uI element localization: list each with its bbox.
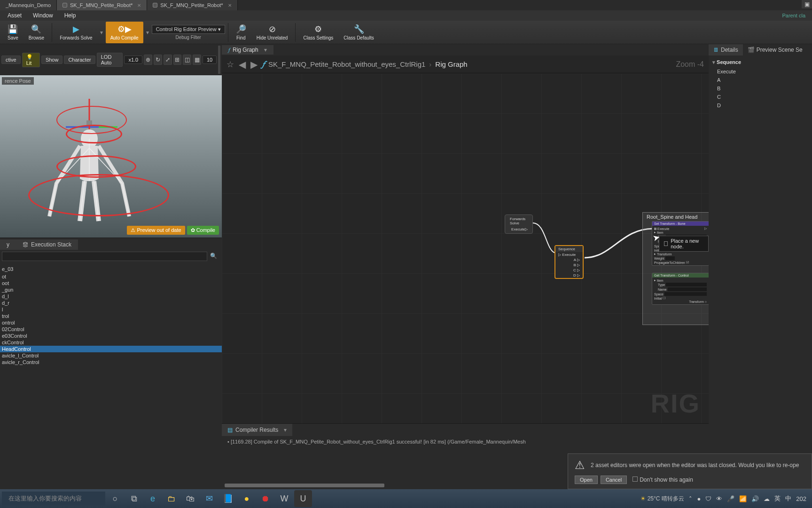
scrollbar[interactable] xyxy=(218,46,220,74)
ime-mode[interactable]: 中 xyxy=(785,494,791,503)
node-sequence[interactable]: Sequence ▷ Execute A ▷ B ▷ C ▷ D ▷ xyxy=(554,245,584,279)
store-icon[interactable]: 🛍 xyxy=(181,490,199,507)
menu-window[interactable]: Window xyxy=(28,11,58,20)
speed-label[interactable]: x1.0 xyxy=(124,56,142,64)
lit-button[interactable]: 💡Lit xyxy=(22,53,40,67)
execution-stack-tab[interactable]: Execution Stack xyxy=(16,239,78,250)
open-button[interactable]: Open xyxy=(575,476,598,484)
browse-button[interactable]: 🔍 Browse xyxy=(24,22,49,43)
graph-canvas[interactable]: Forwards Solve Execute ▷ Sequence ▷ Exec… xyxy=(222,73,709,423)
scale-icon[interactable]: ⤢ xyxy=(164,55,172,65)
snap-icon[interactable]: ⊞ xyxy=(173,55,182,65)
hierarchy-item[interactable]: ot xyxy=(0,273,222,280)
class-settings-button[interactable]: ⚙ Class Settings xyxy=(298,22,338,43)
snap2-icon[interactable]: ◫ xyxy=(183,55,191,65)
breadcrumb[interactable]: 𝑓 SK_F_MNQ_Petite_Robot_without_eyes_Ctr… xyxy=(262,59,468,69)
find-button[interactable]: 🔎 Find xyxy=(231,22,251,43)
dont-show-checkbox[interactable]: Don't show this again xyxy=(632,476,693,483)
hierarchy-item[interactable]: l xyxy=(0,306,222,313)
perspective-button[interactable]: ctive xyxy=(1,56,21,64)
hierarchy-item[interactable]: d_r xyxy=(0,300,222,306)
back-button[interactable]: ◀ xyxy=(239,59,246,70)
tray-icon[interactable]: 👁 xyxy=(716,495,722,502)
hierarchy-item[interactable]: _gun xyxy=(0,286,222,293)
favorite-icon[interactable]: ☆ xyxy=(226,59,234,70)
details-tab[interactable]: 🗏 Details xyxy=(709,44,743,56)
hierarchy-item[interactable]: e03Control xyxy=(0,333,222,339)
chrome-icon[interactable]: ● xyxy=(238,490,256,507)
preview-scene-settings-tab[interactable]: 🎬 Preview Scene Se xyxy=(743,44,812,56)
dropdown-icon[interactable]: ▾ xyxy=(264,47,267,53)
rig-hierarchy-list[interactable]: e_03otoot_gund_ld_rltrolontrol02Controle… xyxy=(0,262,222,489)
cloud-icon[interactable]: ☁ xyxy=(764,495,770,502)
tab-sk-robot-1[interactable]: SK_F_MNQ_Petite_Robot* ✕ xyxy=(57,0,147,10)
maximize-icon[interactable]: ▣ xyxy=(802,0,812,8)
auto-compile-button[interactable]: ⚙▶ Auto Compile xyxy=(106,22,143,43)
class-defaults-button[interactable]: 🔧 Class Defaults xyxy=(339,22,378,43)
cancel-button[interactable]: Cancel xyxy=(601,476,627,484)
preview-viewport[interactable]: rence Pose xyxy=(0,75,222,238)
sequence-category[interactable]: ▾ Sequence xyxy=(712,57,808,67)
dropdown-icon[interactable]: ▾ xyxy=(284,427,287,433)
search-icon[interactable]: 🔍 xyxy=(207,252,220,261)
tab-sk-robot-2[interactable]: SK_F_MNQ_Petite_Robot* ✕ xyxy=(147,0,237,10)
microphone-icon[interactable]: 🎤 xyxy=(727,495,734,502)
tray-icon[interactable]: ● xyxy=(697,495,701,502)
hierarchy-item[interactable]: ckControl xyxy=(0,339,222,346)
hierarchy-item[interactable]: d_l xyxy=(0,293,222,300)
chevron-up-icon[interactable]: ˄ xyxy=(689,495,692,502)
task-view-icon[interactable]: ⧉ xyxy=(125,490,143,507)
preview-dropdown[interactable]: Control Rig Editor Preview ▾ xyxy=(152,25,225,34)
dropdown-icon[interactable]: ▾ xyxy=(98,29,105,36)
menu-help[interactable]: Help xyxy=(60,11,81,20)
hierarchy-item[interactable]: e_03 xyxy=(0,266,222,272)
taskbar-search-input[interactable]: 在这里输入你要搜索的内容 xyxy=(2,492,105,506)
hierarchy-item[interactable]: avicle_r_Control xyxy=(0,359,222,365)
unreal-icon[interactable]: U xyxy=(294,490,312,507)
grid-value[interactable]: 10 xyxy=(203,56,217,64)
hierarchy-item[interactable]: HeadControl xyxy=(0,346,222,352)
tab-mannequin-demo[interactable]: _Mannequin_Demo xyxy=(0,0,57,10)
close-icon[interactable]: ✕ xyxy=(137,3,141,8)
rig-graph-tab[interactable]: 𝑓 Rig Graph ▾ xyxy=(222,45,273,55)
windows-taskbar[interactable]: 在这里输入你要搜索的内容 ○ ⧉ e 🗀 🛍 ✉ 📘 ● ⏺ W U ☀ 25°… xyxy=(0,489,812,508)
dropdown-icon[interactable]: ▾ xyxy=(144,29,151,36)
transform-icon[interactable]: ⊕ xyxy=(144,55,152,65)
date-label[interactable]: 202 xyxy=(796,495,806,502)
ime-lang[interactable]: 英 xyxy=(774,494,781,503)
weather-widget[interactable]: ☀ 25°C 晴转多云 xyxy=(640,495,685,503)
node-get-transform-control-1[interactable]: Get Transform - Control ▸Item Type Name … xyxy=(652,273,709,305)
hierarchy-item[interactable]: 02Control xyxy=(0,326,222,333)
character-button[interactable]: Character xyxy=(64,56,95,64)
tray-icon[interactable]: 🛡 xyxy=(705,495,711,502)
recorder-icon[interactable]: ⏺ xyxy=(257,490,274,507)
compile-button[interactable]: ✿ Compile xyxy=(187,226,219,235)
app-icon[interactable]: 📘 xyxy=(219,490,237,507)
edge-icon[interactable]: e xyxy=(144,490,162,507)
forward-button[interactable]: ▶ xyxy=(250,59,258,70)
control-ring[interactable] xyxy=(28,174,169,216)
hierarchy-item[interactable]: ontrol xyxy=(0,319,222,326)
mail-icon[interactable]: ✉ xyxy=(200,490,218,507)
hide-unrelated-button[interactable]: ⊘ Hide Unrelated xyxy=(252,22,293,43)
cortana-icon[interactable]: ○ xyxy=(106,490,124,507)
hierarchy-item[interactable]: avicle_l_Control xyxy=(0,352,222,359)
save-button[interactable]: 💾 Save xyxy=(3,22,23,43)
control-ring[interactable] xyxy=(56,106,127,134)
recenter-icon[interactable]: ↻ xyxy=(154,55,162,65)
wifi-icon[interactable]: 📶 xyxy=(739,495,747,502)
grid-icon[interactable]: ▦ xyxy=(193,55,201,65)
lod-button[interactable]: LOD Auto xyxy=(97,53,123,67)
hierarchy-item[interactable]: oot xyxy=(0,280,222,286)
hierarchy-item[interactable]: trol xyxy=(0,313,222,319)
wps-icon[interactable]: W xyxy=(275,490,293,507)
menu-asset[interactable]: Asset xyxy=(3,11,26,20)
hierarchy-tab[interactable]: y xyxy=(0,239,16,250)
explorer-icon[interactable]: 🗀 xyxy=(163,490,180,507)
compiler-results-tab[interactable]: ▤ Compiler Results ▾ xyxy=(222,424,292,436)
show-button[interactable]: Show xyxy=(41,56,63,64)
hierarchy-search-input[interactable] xyxy=(2,252,207,261)
forwards-solve-button[interactable]: ▶ Forwards Solve xyxy=(55,22,97,43)
control-ring[interactable] xyxy=(56,155,136,178)
volume-icon[interactable]: 🔊 xyxy=(751,495,759,502)
